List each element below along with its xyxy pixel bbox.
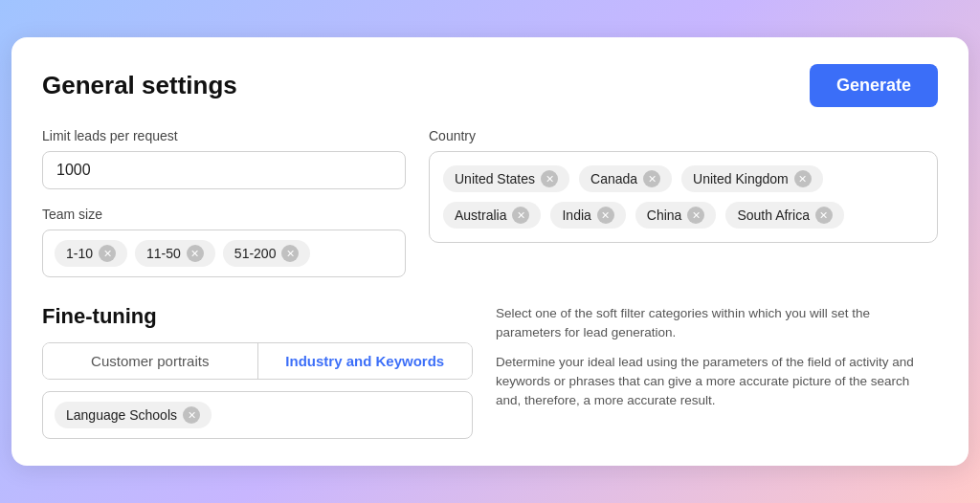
remove-china[interactable]: ✕: [687, 207, 704, 224]
fine-tuning-description: Select one of the soft filter categories…: [496, 304, 938, 439]
tag-label: 1-10: [66, 246, 93, 261]
fine-tuning-section: Fine-tuning Customer portraits Industry …: [42, 304, 938, 439]
remove-united-kingdom[interactable]: ✕: [794, 170, 812, 187]
tag-south-africa: South Africa ✕: [725, 202, 844, 229]
leads-label: Limit leads per request: [42, 128, 406, 143]
team-size-group: Team size 1-10 ✕ 11-50 ✕ 51-200 ✕: [42, 207, 406, 277]
tab-label: Industry and Keywords: [285, 353, 444, 369]
tag-label: 11-50: [146, 246, 181, 261]
country-group: Country United States ✕ Canada ✕ United …: [429, 128, 938, 277]
tag-label: Canada: [590, 171, 637, 186]
remove-india[interactable]: ✕: [597, 207, 614, 224]
description-1: Select one of the soft filter categories…: [496, 304, 938, 343]
tag-label: India: [562, 208, 590, 223]
tab-industry-keywords[interactable]: Industry and Keywords: [258, 343, 473, 379]
remove-canada[interactable]: ✕: [643, 170, 660, 187]
remove-australia[interactable]: ✕: [512, 207, 529, 224]
remove-language-schools[interactable]: ✕: [183, 406, 200, 424]
fine-tuning-left: Fine-tuning Customer portraits Industry …: [42, 304, 473, 439]
tag-11-50: 11-50 ✕: [135, 240, 215, 267]
leads-field-group: Limit leads per request: [42, 128, 406, 189]
tag-australia: Australia ✕: [443, 202, 541, 229]
tag-united-states: United States ✕: [443, 165, 569, 192]
tag-language-schools: Language Schools ✕: [55, 402, 212, 428]
page-title: General settings: [42, 71, 237, 100]
leads-input[interactable]: [42, 151, 406, 189]
tab-customer-portraits[interactable]: Customer portraits: [43, 343, 258, 379]
description-2: Determine your ideal lead using the para…: [496, 353, 938, 411]
tag-label: Australia: [455, 208, 506, 223]
settings-card: General settings Generate Limit leads pe…: [11, 37, 969, 466]
tag-label: 51-200: [234, 246, 277, 261]
card-header: General settings Generate: [42, 64, 938, 107]
generate-button[interactable]: Generate: [810, 64, 938, 107]
tag-united-kingdom: United Kingdom ✕: [681, 165, 823, 192]
team-size-tags: 1-10 ✕ 11-50 ✕ 51-200 ✕: [42, 230, 406, 277]
tab-label: Customer portraits: [91, 353, 209, 369]
country-label: Country: [429, 128, 938, 143]
tag-india: India ✕: [550, 202, 625, 229]
left-column: Limit leads per request Team size 1-10 ✕…: [42, 128, 406, 277]
remove-11-50[interactable]: ✕: [187, 245, 204, 262]
remove-south-africa[interactable]: ✕: [815, 207, 833, 224]
tag-label: China: [647, 208, 682, 223]
fine-tuning-tags: Language Schools ✕: [42, 391, 473, 439]
fine-tuning-title: Fine-tuning: [42, 304, 473, 329]
team-size-label: Team size: [42, 207, 406, 222]
country-tags: United States ✕ Canada ✕ United Kingdom …: [429, 151, 938, 243]
remove-1-10[interactable]: ✕: [99, 245, 116, 262]
tag-label: South Africa: [737, 208, 810, 223]
tag-51-200: 51-200 ✕: [223, 240, 311, 267]
main-content: Limit leads per request Team size 1-10 ✕…: [42, 128, 938, 277]
tag-china: China ✕: [635, 202, 717, 229]
tag-canada: Canada ✕: [579, 165, 672, 192]
remove-united-states[interactable]: ✕: [541, 170, 558, 187]
tag-label: United States: [455, 171, 535, 186]
remove-51-200[interactable]: ✕: [281, 245, 299, 262]
tab-bar: Customer portraits Industry and Keywords: [42, 342, 473, 380]
tag-label: United Kingdom: [693, 171, 789, 186]
tag-1-10: 1-10 ✕: [55, 240, 127, 267]
tag-label: Language Schools: [66, 407, 177, 423]
